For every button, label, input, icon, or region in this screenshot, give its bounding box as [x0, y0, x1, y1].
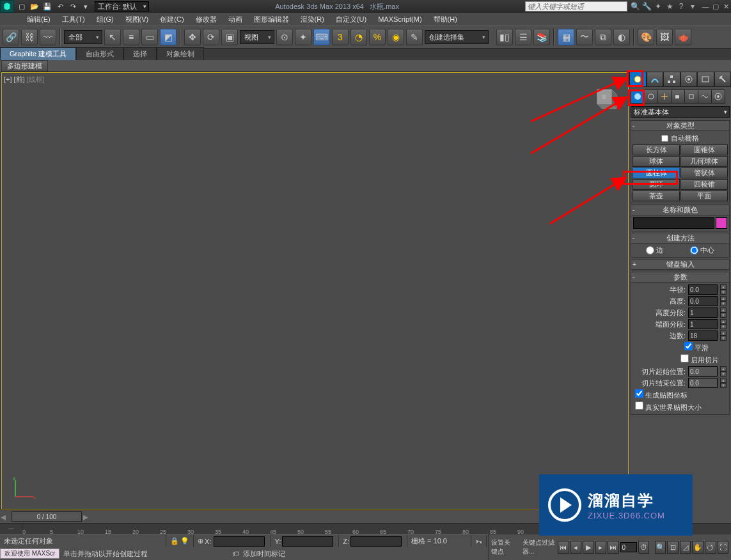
- undo-icon[interactable]: ↶: [55, 1, 65, 12]
- z-coord-input[interactable]: [350, 536, 402, 547]
- set-key-button[interactable]: 设置关键点: [491, 538, 516, 556]
- new-icon[interactable]: ▢: [17, 1, 27, 12]
- real-world-check[interactable]: 真实世界贴图大小: [635, 401, 702, 412]
- align-icon[interactable]: ☰: [515, 29, 531, 45]
- zoom-all-icon[interactable]: ⊡: [667, 541, 679, 554]
- utilities-tab[interactable]: [714, 72, 732, 87]
- teapot-button[interactable]: 茶壶: [633, 191, 680, 201]
- menu-animation[interactable]: 动画: [227, 13, 244, 26]
- x-coord-input[interactable]: [214, 536, 265, 547]
- zoom-icon[interactable]: 🔍: [655, 541, 666, 554]
- ribbon-tab-graphite[interactable]: Graphite 建模工具: [0, 47, 76, 60]
- center-radio[interactable]: 中心: [690, 245, 714, 255]
- menu-create[interactable]: 创建(C): [159, 13, 185, 26]
- qat-dropdown-icon[interactable]: ▾: [81, 1, 91, 12]
- mini-curve-editor-icon[interactable]: 〰: [8, 526, 14, 533]
- open-icon[interactable]: 📂: [29, 1, 40, 12]
- display-tab[interactable]: [697, 72, 714, 87]
- prev-frame-icon[interactable]: ◂: [570, 541, 582, 554]
- spacewarps-tab[interactable]: [698, 89, 712, 104]
- plane-button[interactable]: 平面: [680, 191, 728, 201]
- communication-icon[interactable]: 🗝: [475, 538, 482, 545]
- move-icon[interactable]: ✥: [184, 29, 201, 45]
- binoculars-icon[interactable]: 🔍: [630, 1, 640, 12]
- gen-map-check[interactable]: 生成贴图坐标: [635, 389, 688, 400]
- menu-modifiers[interactable]: 修改器: [194, 13, 218, 26]
- y-coord-input[interactable]: [282, 536, 333, 547]
- render-frame-icon[interactable]: 🖼: [656, 29, 673, 45]
- max-toggle-icon[interactable]: ⛶: [718, 541, 729, 554]
- isolate-icon[interactable]: 💡: [180, 537, 189, 545]
- current-frame-input[interactable]: 0: [620, 542, 637, 552]
- goto-end-icon[interactable]: ⏭: [608, 541, 619, 554]
- spinner-snap-icon[interactable]: ◉: [388, 29, 404, 45]
- curve-editor-icon[interactable]: 〜: [576, 29, 593, 45]
- fov-icon[interactable]: ◿: [680, 541, 691, 554]
- angle-snap-icon[interactable]: ◔: [350, 29, 367, 45]
- play-icon[interactable]: ▶: [583, 541, 594, 554]
- shapes-tab[interactable]: [644, 89, 658, 104]
- schematic-view-icon[interactable]: ⧉: [595, 29, 611, 45]
- time-slider-handle[interactable]: 0 / 100: [12, 511, 82, 522]
- cseg-spinner[interactable]: 1: [688, 319, 718, 329]
- menu-help[interactable]: 帮助(H): [432, 13, 459, 26]
- torus-button[interactable]: 圆环: [633, 179, 680, 190]
- pivot-icon[interactable]: ⊙: [276, 29, 293, 45]
- help-icon[interactable]: ?: [676, 1, 686, 12]
- help-dropdown-icon[interactable]: ▾: [688, 1, 698, 12]
- exchange-icon[interactable]: ✦: [653, 1, 663, 12]
- ribbon-tab-selection[interactable]: 选择: [123, 47, 157, 60]
- radius-spinner[interactable]: 0.0: [688, 284, 718, 295]
- workspace-dropdown[interactable]: 工作台: 默认: [95, 1, 149, 12]
- viewport-front[interactable]: [+] [前] [线框] 前 z x: [1, 72, 629, 510]
- rollout-header[interactable]: -对象类型: [631, 121, 729, 131]
- select-object-icon[interactable]: ↖: [104, 29, 121, 45]
- snap-toggle-icon[interactable]: 3: [332, 29, 349, 45]
- rect-region-icon[interactable]: ▭: [141, 29, 158, 45]
- geometry-tab[interactable]: [631, 89, 645, 104]
- maxscript-listener[interactable]: 欢迎使用 MAXScr: [0, 548, 59, 559]
- maximize-button[interactable]: ▢: [711, 1, 721, 12]
- systems-tab[interactable]: [711, 89, 725, 104]
- render-icon[interactable]: 🫖: [675, 29, 691, 45]
- menu-tools[interactable]: 工具(T): [61, 13, 86, 26]
- named-selection-dropdown[interactable]: 创建选择集: [425, 30, 489, 44]
- menu-customize[interactable]: 自定义(U): [334, 13, 368, 26]
- add-time-tag[interactable]: 添加时间标记: [239, 549, 289, 559]
- motion-tab[interactable]: [680, 72, 698, 87]
- sphere-button[interactable]: 球体: [633, 156, 680, 167]
- rollout-header[interactable]: +键盘输入: [631, 260, 729, 270]
- height-spinner[interactable]: 0.0: [688, 296, 718, 306]
- select-by-name-icon[interactable]: ≡: [123, 29, 139, 45]
- menu-edit[interactable]: 编辑(E): [26, 13, 52, 26]
- menu-views[interactable]: 视图(V): [124, 13, 150, 26]
- object-name-input[interactable]: [633, 217, 714, 229]
- hierarchy-tab[interactable]: [663, 72, 680, 87]
- menu-group[interactable]: 组(G): [95, 13, 115, 26]
- scale-icon[interactable]: ▣: [221, 29, 238, 45]
- orbit-icon[interactable]: ⭯: [705, 541, 716, 554]
- menu-maxscript[interactable]: MAXScript(M): [377, 14, 423, 24]
- material-editor-icon[interactable]: ◐: [613, 29, 630, 45]
- hseg-spinner[interactable]: 1: [688, 307, 718, 318]
- geometry-category-dropdown[interactable]: 标准基本体: [631, 106, 730, 118]
- tube-button[interactable]: 管状体: [680, 167, 728, 178]
- poly-modeling-button[interactable]: 多边形建模: [1, 60, 48, 72]
- lights-tab[interactable]: [657, 89, 672, 104]
- viewport-label[interactable]: [+] [前] [线框]: [4, 75, 45, 84]
- close-button[interactable]: ✕: [721, 1, 731, 12]
- key-filters-button[interactable]: 关键点过滤器...: [523, 538, 556, 556]
- ribbon-tab-freeform[interactable]: 自由形式: [76, 47, 123, 60]
- smooth-check[interactable]: 平滑: [684, 342, 709, 353]
- next-frame-icon[interactable]: ▸: [595, 541, 607, 554]
- selection-lock-icon[interactable]: 🔒: [170, 537, 179, 545]
- geosphere-button[interactable]: 几何球体: [680, 156, 728, 167]
- time-config-icon[interactable]: ⏱: [638, 541, 650, 554]
- rollout-header[interactable]: -创建方法: [631, 233, 729, 244]
- keyboard-shortcut-icon[interactable]: ⌨: [313, 29, 330, 45]
- edit-named-sel-icon[interactable]: ✎: [406, 29, 423, 45]
- sides-spinner[interactable]: 18: [688, 331, 718, 341]
- render-setup-icon[interactable]: 🎨: [638, 29, 654, 45]
- coord-display-mode-icon[interactable]: ⊕: [198, 537, 203, 545]
- percent-snap-icon[interactable]: %: [369, 29, 386, 45]
